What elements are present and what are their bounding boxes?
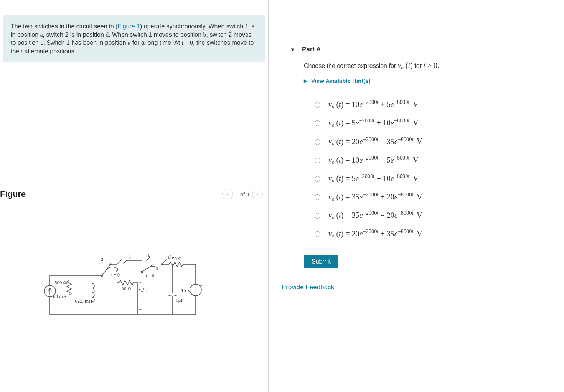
label-d: d (168, 254, 171, 260)
label-r500: 500 Ω (54, 280, 67, 285)
option-6-radio[interactable] (315, 194, 320, 200)
label-t0-1: t = 0 (111, 272, 120, 278)
option-2-label: vo (t) = 5e−2000t + 10e−8000t V (328, 117, 419, 128)
label-inductor: 62.5 mH (75, 298, 92, 304)
answer-options: vo (t) = 10e−2000t + 5e−8000t V vo (t) =… (304, 89, 550, 247)
option-1-radio[interactable] (315, 102, 320, 108)
option-7-radio[interactable] (315, 213, 320, 219)
label-v15: 15 V (181, 287, 191, 293)
label-vo-plus: + (139, 280, 142, 285)
option-6[interactable]: vo (t) = 35e−2000t + 20e−8000t V (311, 188, 543, 206)
chevron-right-icon: › (257, 191, 258, 197)
label-i60: 60 mA (53, 293, 67, 299)
svg-line-28 (147, 257, 150, 260)
option-5-radio[interactable] (315, 176, 320, 182)
label-t0-2: t = 0 (146, 273, 154, 278)
label-src-minus: – (200, 290, 203, 296)
svg-line-13 (102, 264, 110, 276)
figure-link[interactable]: Figure 1 (117, 23, 140, 30)
right-divider (276, 35, 556, 35)
option-8-radio[interactable] (315, 231, 320, 237)
circuit-diagram: a b c d t = 0 t = 0 500 Ω 60 mA 62.5 mH … (0, 249, 268, 326)
chevron-left-icon: ‹ (227, 191, 228, 197)
option-4-radio[interactable] (315, 158, 320, 163)
figure-page-label: 1 of 1 (235, 191, 250, 198)
figure-next-button[interactable]: › (252, 189, 263, 199)
svg-line-16 (117, 259, 122, 264)
label-a: a (101, 256, 103, 262)
caret-down-icon: ▼ (290, 47, 295, 53)
label-src-plus: + (200, 283, 203, 288)
label-c: c (148, 252, 151, 258)
question-pre: Choose the correct expression for (304, 63, 398, 69)
figure-divider (0, 203, 263, 203)
label-vo-minus: – (139, 306, 142, 311)
option-5[interactable]: vo (t) = 5e−2000t − 10e−8000t V (311, 169, 543, 188)
question-text: Choose the correct expression for vo (t)… (304, 61, 556, 71)
provide-feedback-link[interactable]: Provide Feedback (282, 283, 334, 291)
svg-line-29 (162, 259, 167, 264)
option-7[interactable]: vo (t) = 35e−2000t − 20e−8000t V (311, 206, 543, 224)
part-label: Part A (302, 46, 321, 53)
problem-statement: The two switches in the circuit seen in … (3, 15, 265, 62)
option-7-label: vo (t) = 35e−2000t − 20e−8000t V (328, 210, 422, 221)
option-2[interactable]: vo (t) = 5e−2000t + 10e−8000t V (311, 114, 543, 132)
submit-button[interactable]: Submit (304, 255, 338, 268)
left-column: The two switches in the circuit seen in … (0, 0, 269, 392)
option-3-label: vo (t) = 20e−2000t − 35e−8000t V (328, 136, 422, 147)
figure-title: Figure (0, 189, 26, 199)
option-2-radio[interactable] (315, 120, 320, 126)
hints-label: View Available Hint(s) (311, 77, 371, 84)
option-8-label: vo (t) = 20e−2000t + 35e−8000t V (328, 228, 422, 239)
option-4[interactable]: vo (t) = 10e−2000t − 5e−8000t V (311, 151, 543, 169)
option-3-radio[interactable] (315, 139, 320, 145)
option-4-label: vo (t) = 10e−2000t − 5e−8000t V (328, 155, 419, 165)
option-1-label: vo (t) = 10e−2000t + 5e−8000t V (328, 99, 419, 110)
label-b: b (128, 255, 131, 260)
question-mid: for (413, 63, 424, 69)
option-5-label: vo (t) = 5e−2000t − 10e−8000t V (328, 173, 419, 184)
problem-text-pre: The two switches in the circuit seen in … (11, 23, 117, 30)
label-r100: 100 Ω (119, 286, 131, 292)
svg-line-17 (124, 260, 127, 264)
label-r50: 50 Ω (172, 256, 182, 262)
option-1[interactable]: vo (t) = 10e−2000t + 5e−8000t V (311, 95, 543, 114)
label-vo: vo(t) (139, 287, 148, 293)
caret-right-icon: ▶ (304, 78, 307, 84)
right-column: ▼ Part A Choose the correct expression f… (269, 0, 564, 392)
label-cap: 1μF (176, 297, 184, 303)
option-6-label: vo (t) = 35e−2000t + 20e−8000t V (328, 191, 422, 202)
figure-prev-button[interactable]: ‹ (222, 189, 233, 199)
part-header[interactable]: ▼ Part A (290, 46, 556, 53)
figure-pager: ‹ 1 of 1 › (222, 189, 263, 199)
option-3[interactable]: vo (t) = 20e−2000t − 35e−8000t V (311, 132, 543, 151)
view-hints-button[interactable]: ▶ View Available Hint(s) (304, 77, 556, 84)
option-8[interactable]: vo (t) = 20e−2000t + 35e−8000t V (311, 224, 543, 243)
